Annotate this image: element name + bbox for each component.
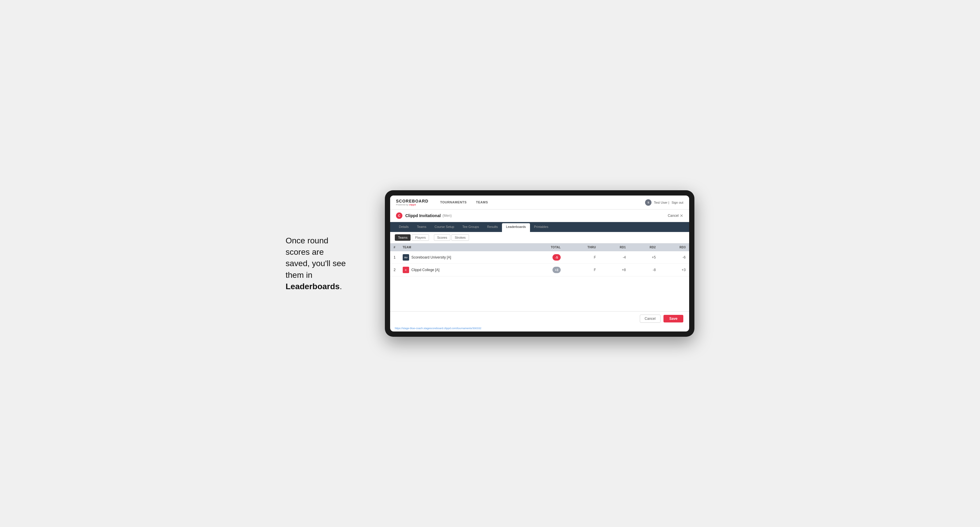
table-spacer-row bbox=[390, 276, 689, 311]
table-row: 1 SU Scoreboard University [A] -5 F bbox=[390, 251, 689, 264]
tablet-frame: SCOREBOARD Powered by clippd TOURNAMENTS… bbox=[385, 190, 694, 337]
left-text-bold: Leaderboards bbox=[286, 282, 340, 291]
sub-tab-bar: Teams Players Scores Strokes bbox=[390, 232, 689, 243]
tab-leaderboards[interactable]: Leaderboards bbox=[502, 223, 530, 232]
nav-right: S Test User | Sign out bbox=[645, 199, 683, 206]
tab-bar: Details Teams Course Setup Tee Groups Re… bbox=[390, 222, 689, 232]
cancel-button[interactable]: Cancel bbox=[640, 314, 660, 323]
tournament-header: C Clippd Invitational (Men) Cancel ✕ bbox=[390, 210, 689, 222]
rd3-1: -6 bbox=[659, 251, 689, 264]
rd3-2: +3 bbox=[659, 264, 689, 276]
sub-tab-players[interactable]: Players bbox=[412, 234, 429, 241]
nav-bar: SCOREBOARD Powered by clippd TOURNAMENTS… bbox=[390, 195, 689, 210]
sub-tab-teams[interactable]: Teams bbox=[395, 234, 410, 241]
tab-tee-groups[interactable]: Tee Groups bbox=[458, 222, 483, 232]
rank-1: 1 bbox=[390, 251, 399, 264]
modal-footer: Cancel Save bbox=[390, 311, 689, 325]
col-rd3: RD3 bbox=[659, 243, 689, 251]
tab-printables[interactable]: Printables bbox=[530, 222, 552, 232]
left-text-line1: Once round bbox=[286, 236, 328, 245]
table-header-row: # TEAM TOTAL THRU RD1 RD2 RD3 bbox=[390, 243, 689, 251]
col-rd1: RD1 bbox=[600, 243, 629, 251]
table-row: 2 C Clippd College [A] +3 F bbox=[390, 264, 689, 276]
team-name-2: C Clippd College [A] bbox=[399, 264, 526, 276]
tab-details[interactable]: Details bbox=[395, 222, 413, 232]
left-text-block: Once round scores are saved, you'll see … bbox=[286, 235, 368, 292]
rd2-2: -8 bbox=[629, 264, 659, 276]
nav-teams[interactable]: TEAMS bbox=[471, 195, 493, 210]
sub-tab-strokes[interactable]: Strokes bbox=[452, 234, 469, 241]
left-text-line3: saved, you'll see bbox=[286, 259, 346, 268]
user-avatar: S bbox=[645, 199, 651, 206]
nav-tournaments[interactable]: TOURNAMENTS bbox=[435, 195, 471, 210]
tournament-title: Clippd Invitational bbox=[405, 213, 441, 218]
score-badge-1: -5 bbox=[552, 254, 561, 260]
team-name-1: SU Scoreboard University [A] bbox=[399, 251, 526, 264]
rank-2: 2 bbox=[390, 264, 399, 276]
col-total: TOTAL bbox=[526, 243, 564, 251]
tablet-screen: SCOREBOARD Powered by clippd TOURNAMENTS… bbox=[390, 195, 689, 332]
col-rank: # bbox=[390, 243, 399, 251]
logo-title: SCOREBOARD bbox=[396, 199, 428, 203]
rd1-1: -4 bbox=[600, 251, 629, 264]
nav-links: TOURNAMENTS TEAMS bbox=[435, 195, 645, 210]
leaderboard-table: # TEAM TOTAL THRU RD1 RD2 RD3 1 bbox=[390, 243, 689, 311]
tab-course-setup[interactable]: Course Setup bbox=[430, 222, 458, 232]
left-text-line4: them in bbox=[286, 270, 312, 279]
rd2-1: +5 bbox=[629, 251, 659, 264]
total-2: +3 bbox=[526, 264, 564, 276]
logo-area: SCOREBOARD Powered by clippd bbox=[396, 199, 428, 206]
rd1-2: +8 bbox=[600, 264, 629, 276]
logo-subtitle: Powered by clippd bbox=[396, 203, 428, 206]
tab-results[interactable]: Results bbox=[483, 222, 502, 232]
team-label-2: Clippd College [A] bbox=[412, 268, 439, 272]
tab-teams[interactable]: Teams bbox=[413, 222, 430, 232]
col-thru: THRU bbox=[564, 243, 600, 251]
col-rd2: RD2 bbox=[629, 243, 659, 251]
tournament-cancel-button[interactable]: Cancel ✕ bbox=[668, 213, 683, 218]
tournament-icon: C bbox=[396, 213, 402, 219]
left-text-period: . bbox=[340, 282, 342, 291]
logo-brand: clippd bbox=[409, 203, 416, 206]
team-logo-1: SU bbox=[402, 254, 409, 260]
team-label-1: Scoreboard University [A] bbox=[412, 256, 451, 259]
team-logo-2: C bbox=[402, 267, 409, 273]
sign-out-link[interactable]: Sign out bbox=[671, 201, 683, 204]
user-name: Test User | bbox=[654, 201, 669, 204]
tournament-subtitle: (Men) bbox=[442, 214, 452, 218]
cancel-x-icon: ✕ bbox=[680, 213, 683, 218]
total-1: -5 bbox=[526, 251, 564, 264]
thru-2: F bbox=[564, 264, 600, 276]
save-button[interactable]: Save bbox=[663, 315, 683, 322]
col-team: TEAM bbox=[399, 243, 526, 251]
left-text-line2: scores are bbox=[286, 248, 324, 257]
cancel-label: Cancel bbox=[668, 214, 679, 218]
thru-1: F bbox=[564, 251, 600, 264]
table-container: # TEAM TOTAL THRU RD1 RD2 RD3 1 bbox=[390, 243, 689, 311]
page-wrapper: Once round scores are saved, you'll see … bbox=[286, 190, 694, 337]
score-badge-2: +3 bbox=[552, 267, 561, 273]
url-bar: https://stage-blue-coach.stagescoreboard… bbox=[390, 325, 689, 332]
sub-tab-scores[interactable]: Scores bbox=[434, 234, 450, 241]
